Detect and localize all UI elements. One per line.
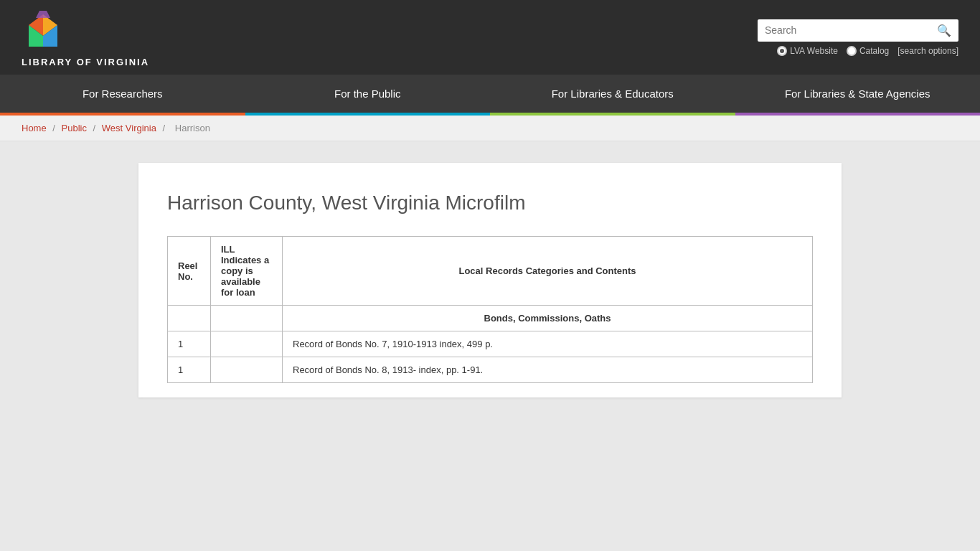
content-cell: Record of Bonds No. 8, 1913- index, pp. … [283, 357, 813, 383]
catalog-radio[interactable]: Catalog [847, 46, 889, 56]
nav-lib-state[interactable]: For Libraries & State Agencies [735, 75, 981, 116]
category-bonds: Bonds, Commissions, Oaths [168, 306, 813, 331]
search-options-link[interactable]: [search options] [897, 46, 958, 56]
catalog-radio-dot [847, 46, 857, 56]
table-row: 1 Record of Bonds No. 7, 1910-1913 index… [168, 331, 813, 357]
breadcrumb: Home / Public / West Virginia / Harrison [0, 116, 980, 141]
lva-website-radio[interactable]: LVA Website [777, 46, 838, 56]
reel-no: 1 [168, 331, 211, 357]
breadcrumb-sep-3: / [163, 123, 168, 133]
nav-researchers[interactable]: For Researchers [0, 75, 245, 116]
ill-cell [211, 357, 283, 383]
main-content: Harrison County, West Virginia Microfilm… [138, 163, 842, 397]
breadcrumb-public[interactable]: Public [62, 123, 87, 133]
category-reel-cell [168, 306, 211, 331]
lva-radio-dot [777, 46, 787, 56]
content-cell: Record of Bonds No. 7, 1910-1913 index, … [283, 331, 813, 357]
breadcrumb-harrison: Harrison [175, 123, 210, 133]
col-header-records: Local Records Categories and Contents [283, 237, 813, 306]
breadcrumb-sep-1: / [52, 123, 57, 133]
logo-text: Library of Virginia [22, 57, 149, 67]
microfilm-table: Reel No. ILL Indicates a copy is availab… [167, 236, 813, 383]
search-input[interactable] [758, 20, 930, 40]
category-ill-cell [211, 306, 283, 331]
table-row: 1 Record of Bonds No. 8, 1913- index, pp… [168, 357, 813, 383]
search-bar: 🔍 [758, 19, 958, 42]
nav-lib-edu[interactable]: For Libraries & Educators [490, 75, 735, 116]
logo-icon [22, 7, 65, 54]
category-name: Bonds, Commissions, Oaths [283, 306, 813, 331]
svg-marker-4 [36, 11, 50, 18]
search-options: LVA Website Catalog [search options] [777, 46, 958, 56]
ill-cell [211, 331, 283, 357]
logo-area: Library of Virginia [22, 7, 149, 67]
breadcrumb-sep-2: / [93, 123, 98, 133]
lva-label: LVA Website [790, 46, 838, 56]
breadcrumb-west-virginia[interactable]: West Virginia [102, 123, 156, 133]
catalog-label: Catalog [859, 46, 889, 56]
reel-no: 1 [168, 357, 211, 383]
site-header: Library of Virginia 🔍 LVA Website Catalo… [0, 0, 980, 75]
col-header-ill: ILL Indicates a copy is available for lo… [211, 237, 283, 306]
search-button[interactable]: 🔍 [930, 19, 958, 42]
breadcrumb-home[interactable]: Home [22, 123, 47, 133]
nav-public[interactable]: For the Public [245, 75, 491, 116]
col-header-reel: Reel No. [168, 237, 211, 306]
search-area: 🔍 LVA Website Catalog [search options] [758, 19, 958, 56]
page-title: Harrison County, West Virginia Microfilm [167, 192, 813, 215]
main-nav: For Researchers For the Public For Libra… [0, 75, 980, 116]
